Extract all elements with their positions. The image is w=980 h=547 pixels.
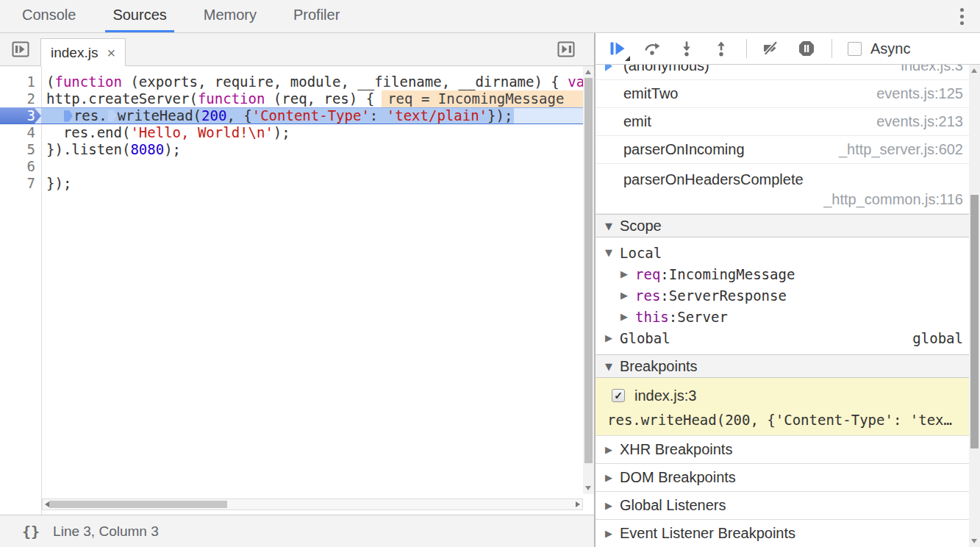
disclosure-collapsed-icon[interactable]: ▶ (620, 268, 635, 279)
sidebar-vertical-scrollbar[interactable] (969, 65, 980, 547)
code-line-4[interactable]: 4 res.end('Hello, World!\n'); (0, 124, 583, 141)
variable-value: Server (677, 309, 728, 325)
breakpoints-title: Breakpoints (620, 358, 698, 375)
code-token: (exports, require, module, __filename, _… (122, 74, 568, 90)
code-token (46, 108, 63, 124)
resume-icon[interactable] (608, 39, 627, 58)
step-into-icon[interactable] (677, 39, 696, 58)
navigator-toggle-icon[interactable] (11, 40, 30, 59)
code-line-2[interactable]: 2http.createServer(function (req, res) {… (0, 90, 583, 107)
scroll-right-arrow-icon[interactable] (576, 501, 580, 507)
section-event-listener-breakpoints[interactable]: ▶Event Listener Breakpoints (595, 519, 980, 547)
step-over-icon[interactable] (643, 39, 662, 58)
scrollbar-thumb[interactable] (970, 195, 979, 448)
frame-location: events.js:213 (876, 113, 963, 130)
callstack-frame[interactable]: parserOnIncoming_http_server.js:602 (595, 136, 980, 164)
breakpoints-section-header[interactable]: ▼ Breakpoints (595, 354, 980, 378)
frame-location: _http_server.js:602 (839, 141, 963, 158)
breakpoint-checkbox[interactable]: ✓ (612, 389, 625, 402)
code-line-3[interactable]: 3 res.writeHead(200, {'Content-Type': 't… (0, 107, 583, 124)
variable-name: Global (620, 330, 670, 346)
line-number[interactable]: 7 (0, 175, 41, 192)
code-line-content[interactable]: (function (exports, require, module, __f… (41, 74, 583, 90)
scroll-up-arrow-icon[interactable] (971, 68, 977, 73)
code-token: ( (46, 74, 54, 90)
execution-line-badge[interactable]: 3 (0, 108, 41, 124)
tab-console[interactable]: Console (15, 0, 83, 32)
code-token: 'text/plain' (387, 108, 487, 124)
code-line-content[interactable]: }); (41, 175, 583, 192)
disclosure-expanded-icon[interactable]: ▼ (605, 247, 620, 258)
debugger-pane-toggle-icon[interactable] (557, 40, 576, 59)
variable-name: this (635, 309, 669, 325)
code-line-7[interactable]: 7}); (0, 175, 583, 192)
code-line-content[interactable]: res.end('Hello, World!\n'); (41, 124, 583, 141)
breakpoint-entry[interactable]: ✓ index.js:3 res.writeHead(200, {'Conten… (595, 378, 980, 435)
toolbar-separator (831, 39, 832, 58)
resume-dropdown-corner-icon (625, 56, 630, 61)
code-lines[interactable]: 1(function (exports, require, module, __… (0, 74, 583, 192)
disclosure-collapsed-icon[interactable]: ▶ (605, 472, 612, 483)
scope-row-req[interactable]: ▶req: IncomingMessage (595, 263, 980, 285)
disclosure-collapsed-icon[interactable]: ▶ (620, 290, 635, 301)
section-dom-breakpoints[interactable]: ▶DOM Breakpoints (595, 463, 980, 491)
scope-row-this[interactable]: ▶this: Server (595, 306, 980, 327)
disclosure-collapsed-icon[interactable]: ▶ (605, 500, 612, 511)
code-editor[interactable]: 1(function (exports, require, module, __… (0, 66, 594, 515)
disclosure-collapsed-icon[interactable]: ▶ (620, 311, 635, 322)
tab-sources[interactable]: Sources (105, 0, 174, 32)
code-token: 'Content-Type' (252, 108, 370, 124)
main-tabs: ConsoleSourcesMemoryProfiler (15, 0, 369, 32)
breakpoint-label: index.js:3 (634, 387, 697, 404)
code-token: (req, res) { (265, 90, 374, 107)
callstack-frame[interactable]: emitTwoevents.js:125 (595, 80, 980, 108)
code-token: , { (226, 108, 251, 124)
code-line-content[interactable]: }).listen(8080); (41, 141, 583, 158)
file-tab-indexjs[interactable]: index.js × (40, 38, 126, 66)
pretty-print-icon[interactable]: {} (22, 523, 40, 540)
code-token: }); (46, 175, 71, 192)
disclosure-collapsed-icon[interactable]: ▶ (605, 444, 612, 455)
disclosure-collapsed-icon[interactable]: ▶ (605, 332, 620, 343)
step-out-icon[interactable] (712, 39, 731, 58)
deactivate-breakpoints-icon[interactable] (762, 39, 782, 58)
callstack-frame[interactable]: parserOnHeadersComplete_http_common.js:1… (595, 164, 980, 214)
scroll-up-arrow-icon[interactable] (585, 70, 591, 74)
line-number[interactable]: 1 (0, 74, 41, 90)
disclosure-collapsed-icon[interactable]: ▶ (605, 528, 612, 539)
scope-section-header[interactable]: ▼ Scope (595, 214, 980, 237)
section-xhr-breakpoints[interactable]: ▶XHR Breakpoints (595, 435, 980, 463)
code-line-content[interactable] (41, 158, 583, 175)
async-checkbox[interactable] (848, 42, 862, 56)
code-token: : (370, 108, 387, 124)
scrollbar-thumb[interactable] (584, 78, 593, 463)
scope-title: Scope (620, 218, 662, 235)
kebab-menu-icon[interactable] (957, 5, 967, 28)
section-global-listeners[interactable]: ▶Global Listeners (595, 491, 980, 519)
editor-vertical-scrollbar[interactable] (583, 66, 594, 494)
breakpoint-snippet[interactable]: res.writeHead(200, {'Content-Type': 'tex… (595, 412, 980, 428)
scrollbar-thumb[interactable] (49, 501, 227, 508)
code-token: function (198, 90, 265, 107)
line-number[interactable]: 5 (0, 141, 41, 158)
code-line-6[interactable]: 6 (0, 158, 583, 175)
code-line-content[interactable]: res.writeHead(200, {'Content-Type': 'tex… (41, 108, 583, 124)
scope-row-local[interactable]: ▼Local (595, 242, 980, 263)
scroll-down-arrow-icon[interactable] (971, 539, 977, 543)
editor-horizontal-scrollbar[interactable] (42, 498, 583, 510)
close-icon[interactable]: × (107, 46, 115, 60)
line-number[interactable]: 6 (0, 158, 41, 175)
line-number[interactable]: 4 (0, 124, 41, 141)
callstack-frame[interactable]: emitevents.js:213 (595, 108, 980, 136)
code-line-1[interactable]: 1(function (exports, require, module, __… (0, 74, 583, 90)
code-token: res.end( (46, 124, 130, 141)
scope-row-global[interactable]: ▶Globalglobal (595, 327, 980, 348)
scope-row-res[interactable]: ▶res: ServerResponse (595, 285, 980, 306)
tab-memory[interactable]: Memory (196, 0, 264, 32)
pause-on-exceptions-icon[interactable] (797, 39, 816, 58)
code-line-5[interactable]: 5}).listen(8080); (0, 141, 583, 158)
tab-profiler[interactable]: Profiler (286, 0, 347, 32)
code-line-content[interactable]: http.createServer(function (req, res) {r… (41, 90, 583, 107)
line-number[interactable]: 2 (0, 90, 41, 107)
scroll-down-arrow-icon[interactable] (585, 486, 591, 490)
